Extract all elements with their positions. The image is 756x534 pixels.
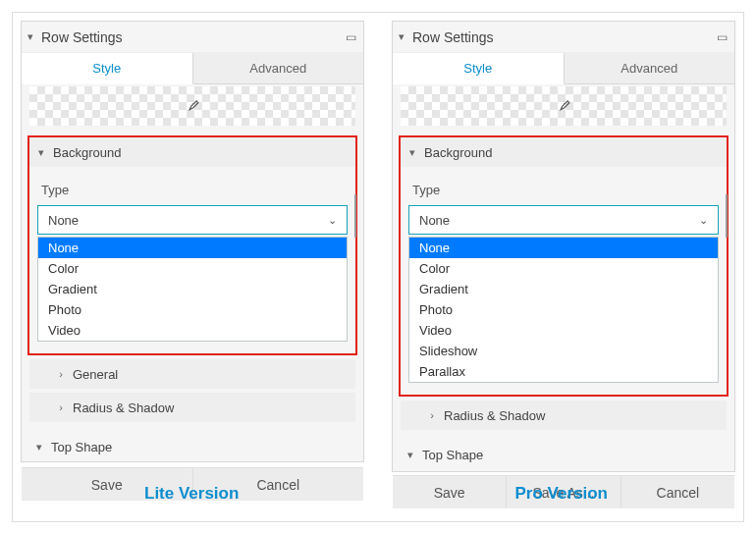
option-video[interactable]: Video xyxy=(38,320,347,341)
option-slideshow[interactable]: Slideshow xyxy=(409,341,718,361)
chevron-down-icon: ▾ xyxy=(22,30,39,43)
option-photo[interactable]: Photo xyxy=(38,299,347,320)
accordion-label: Background xyxy=(424,145,492,160)
accordion-top-shape[interactable]: ▾ Top Shape xyxy=(27,432,357,461)
tabs: Style Advanced xyxy=(22,53,363,84)
tab-style[interactable]: Style xyxy=(22,53,193,84)
panel-title: Row Settings xyxy=(410,29,709,45)
option-color[interactable]: Color xyxy=(409,258,718,279)
accordion-radius-shadow[interactable]: › Radius & Shadow xyxy=(29,393,355,422)
type-select[interactable]: None ⌄ xyxy=(408,205,719,235)
option-parallax[interactable]: Parallax xyxy=(409,361,718,382)
comparison-frame: ▾ Row Settings ▭ Style Advanced ▾ Backgr… xyxy=(12,12,744,522)
chevron-down-icon: ⌄ xyxy=(328,214,337,227)
type-label: Type xyxy=(412,183,719,197)
select-value: None xyxy=(48,213,79,228)
tab-advanced[interactable]: Advanced xyxy=(565,53,735,84)
maximize-icon[interactable]: ▭ xyxy=(338,30,363,44)
eyedropper-icon[interactable] xyxy=(186,98,199,115)
panel-lite: ▾ Row Settings ▭ Style Advanced ▾ Backgr… xyxy=(21,21,364,462)
type-dropdown: None Color Gradient Photo Video xyxy=(37,237,348,342)
tabs: Style Advanced xyxy=(393,53,734,84)
chevron-down-icon: ⌄ xyxy=(699,214,708,227)
caption-lite: Lite Version xyxy=(144,484,239,504)
maximize-icon[interactable]: ▭ xyxy=(709,30,734,44)
type-select[interactable]: None ⌄ xyxy=(37,205,348,235)
chevron-down-icon: ▾ xyxy=(401,146,424,159)
option-gradient[interactable]: Gradient xyxy=(409,279,718,299)
type-dropdown: None Color Gradient Photo Video Slidesho… xyxy=(408,237,719,383)
accordion-label: Radius & Shadow xyxy=(73,400,174,415)
option-gradient[interactable]: Gradient xyxy=(38,279,347,299)
option-none[interactable]: None xyxy=(38,238,347,258)
chevron-down-icon: ▾ xyxy=(399,449,422,461)
color-picker-strip[interactable] xyxy=(401,86,727,126)
chevron-right-icon: › xyxy=(420,409,444,421)
background-section: Type None ⌄ None Color Gradient Photo Vi… xyxy=(401,167,727,395)
scrollbar-thumb[interactable] xyxy=(726,194,728,238)
highlight-box: ▾ Background Type None ⌄ None Color Grad… xyxy=(27,135,357,355)
option-video[interactable]: Video xyxy=(409,320,718,341)
background-section: Type None ⌄ None Color Gradient Photo Vi… xyxy=(29,167,355,353)
highlight-box: ▾ Background Type None ⌄ None Color Grad… xyxy=(399,135,729,397)
accordion-radius-shadow[interactable]: › Radius & Shadow xyxy=(401,400,727,430)
eyedropper-icon[interactable] xyxy=(557,98,570,115)
accordion-label: Radius & Shadow xyxy=(444,408,545,423)
accordion-background[interactable]: ▾ Background xyxy=(401,137,727,167)
accordion-general[interactable]: › General xyxy=(29,359,355,389)
accordion-top-shape[interactable]: ▾ Top Shape xyxy=(399,440,729,469)
chevron-down-icon: ▾ xyxy=(393,30,410,43)
panel-header[interactable]: ▾ Row Settings ▭ xyxy=(22,22,363,53)
panel-pro: ▾ Row Settings ▭ Style Advanced ▾ Backgr… xyxy=(392,21,735,472)
option-color[interactable]: Color xyxy=(38,258,347,279)
color-picker-strip[interactable] xyxy=(29,86,355,126)
select-value: None xyxy=(419,213,450,228)
scrollbar-thumb[interactable] xyxy=(354,194,356,238)
panel-header[interactable]: ▾ Row Settings ▭ xyxy=(393,22,734,53)
type-label: Type xyxy=(41,183,348,197)
tab-advanced[interactable]: Advanced xyxy=(193,53,364,84)
option-none[interactable]: None xyxy=(409,238,718,258)
accordion-label: Top Shape xyxy=(422,448,483,462)
chevron-down-icon: ▾ xyxy=(29,146,53,159)
accordion-background[interactable]: ▾ Background xyxy=(29,137,355,167)
chevron-down-icon: ▾ xyxy=(27,441,51,454)
accordion-label: Top Shape xyxy=(51,440,112,454)
chevron-right-icon: › xyxy=(49,401,73,413)
accordion-label: General xyxy=(73,367,118,382)
caption-pro: Pro Version xyxy=(515,484,608,504)
option-photo[interactable]: Photo xyxy=(409,299,718,320)
chevron-right-icon: › xyxy=(49,368,73,380)
tab-style[interactable]: Style xyxy=(393,53,565,84)
accordion-label: Background xyxy=(53,145,121,160)
save-button[interactable]: Save xyxy=(393,476,507,508)
panel-title: Row Settings xyxy=(39,29,338,45)
cancel-button[interactable]: Cancel xyxy=(621,476,734,508)
